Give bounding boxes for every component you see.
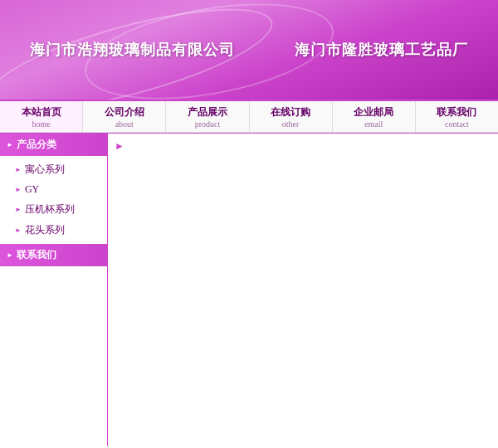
sidebar-contact-header[interactable]: 联系我们 (0, 244, 107, 266)
nav-order[interactable]: 在线订购 other (250, 101, 333, 132)
nav-about[interactable]: 公司介绍 about (83, 101, 166, 132)
nav-contact-cn: 联系我们 (437, 105, 476, 119)
header-banner: 海门市浩翔玻璃制品有限公司 海门市隆胜玻璃工艺品厂 (0, 0, 498, 100)
sidebar-contact-label: 联系我们 (17, 248, 56, 262)
sidebar-item-gy[interactable]: GY (0, 180, 107, 199)
nav-product[interactable]: 产品展示 product (166, 101, 249, 132)
sidebar-products-label: 产品分类 (17, 138, 56, 152)
nav-email[interactable]: 企业邮局 email (333, 101, 416, 132)
company-title-2: 海门市隆胜玻璃工艺品厂 (295, 40, 468, 60)
nav-product-en: product (195, 119, 221, 129)
company-title-1: 海门市浩翔玻璃制品有限公司 (30, 40, 235, 60)
nav-email-en: email (364, 119, 383, 129)
nav-about-en: about (115, 119, 134, 129)
sidebar-item-huatou[interactable]: 花头系列 (0, 220, 107, 241)
nav-contact-en: contact (445, 119, 469, 129)
nav-email-cn: 企业邮局 (354, 105, 393, 119)
nav-home-cn: 本站首页 (22, 105, 61, 119)
nav-contact[interactable]: 联系我们 contact (416, 101, 498, 132)
nav-order-cn: 在线订购 (271, 105, 310, 119)
nav-product-cn: 产品展示 (188, 105, 227, 119)
content-area: ► (108, 134, 498, 446)
nav-home-en: home (32, 119, 50, 129)
nav-home[interactable]: 本站首页 home (0, 101, 83, 132)
sidebar: 产品分类 寓心系列 GY 压机杯系列 花头系列 联系我们 (0, 134, 108, 446)
sidebar-products-items: 寓心系列 GY 压机杯系列 花头系列 (0, 156, 107, 244)
navbar: 本站首页 home 公司介绍 about 产品展示 product 在线订购 o… (0, 100, 498, 133)
sidebar-item-yuxin[interactable]: 寓心系列 (0, 159, 107, 180)
content-arrow: ► (115, 140, 124, 152)
nav-about-cn: 公司介绍 (105, 105, 144, 119)
sidebar-products-header[interactable]: 产品分类 (0, 134, 107, 156)
nav-order-en: other (282, 119, 300, 129)
sidebar-item-yaji[interactable]: 压机杯系列 (0, 199, 107, 220)
main-content: 产品分类 寓心系列 GY 压机杯系列 花头系列 联系我们 ► (0, 133, 498, 446)
